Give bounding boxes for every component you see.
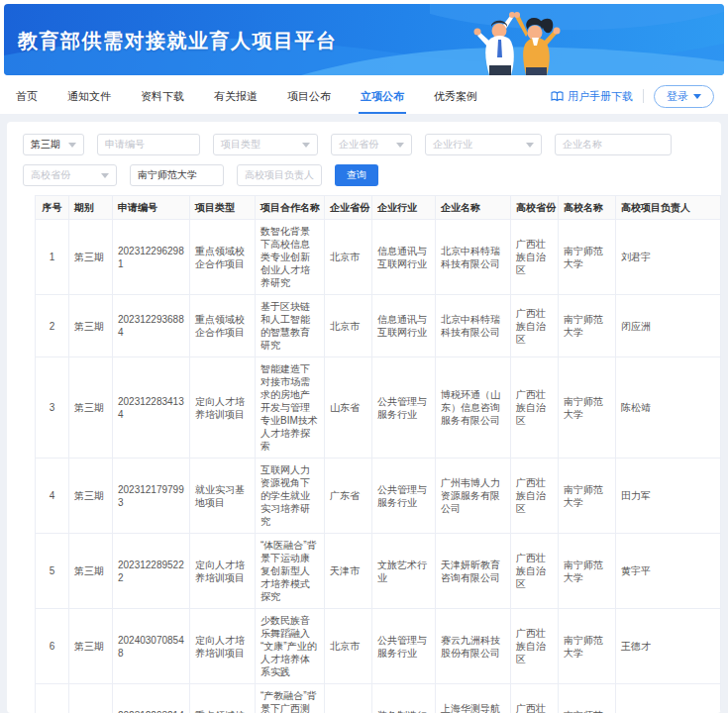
- table-row[interactable]: 7 第三期 2023122932143 重点领域校企合作项目 “产教融合”背景下…: [36, 684, 721, 713]
- table-row[interactable]: 3 第三期 2023122834134 定向人才培养培训项目 智能建造下对接市场…: [36, 357, 721, 458]
- nav-tab-reports[interactable]: 有关报道: [212, 79, 260, 114]
- cell-index: 4: [36, 458, 69, 534]
- col-header-application-number: 申请编号: [113, 196, 190, 220]
- col-header-university-name: 高校名称: [559, 196, 616, 220]
- cell-university-province: 广西壮族自治区: [511, 220, 559, 295]
- chevron-down-icon: [693, 94, 701, 99]
- project-type-select[interactable]: 项目类型: [213, 134, 318, 155]
- cell-university-leader: 黄宇平: [616, 534, 721, 609]
- table-row[interactable]: 2 第三期 2023122936884 重点领域校企合作项目 基于区块链和人工智…: [36, 295, 721, 357]
- cell-university-leader: 王德才: [616, 609, 721, 684]
- filter-bar: 第三期 申请编号 项目类型 企业省份 企业行业: [23, 134, 705, 186]
- university-leader-input[interactable]: 高校项目负责人: [237, 164, 322, 186]
- nav-tab-approved-projects[interactable]: 立项公布: [359, 79, 406, 114]
- cell-project-type: 就业实习基地项目: [190, 458, 256, 534]
- col-header-project-name: 项目合作名称: [256, 196, 325, 220]
- company-industry-select[interactable]: 企业行业: [425, 134, 542, 155]
- nav-tab-project-publish[interactable]: 项目公布: [285, 79, 333, 114]
- company-name-input[interactable]: 企业名称: [555, 134, 672, 155]
- login-label: 登录: [667, 89, 688, 104]
- page-title: 教育部供需对接就业育人项目平台: [18, 28, 338, 54]
- cell-university-province: 广西壮族自治区: [511, 684, 559, 713]
- cell-company-industry: 信息通讯与互联网行业: [372, 220, 436, 295]
- cell-application-number: 2023121797993: [113, 458, 190, 534]
- cell-company-industry: 公共管理与服务行业: [372, 609, 436, 684]
- main-nav: 首页 通知文件 资料下载 有关报道 项目公布 立项公布 优秀案例 用户手册下载 …: [0, 78, 728, 114]
- cell-project-name: “产教融合”背景下广西测绘地理信息专业就业育人项目: [256, 684, 325, 713]
- col-header-university-leader: 高校项目负责人: [616, 196, 721, 220]
- university-name-input[interactable]: 南宁师范大学: [130, 164, 224, 186]
- cell-project-type: 重点领域校企合作项目: [190, 220, 256, 295]
- content-area: 第三期 申请编号 项目类型 企业省份 企业行业: [0, 114, 728, 713]
- cell-project-name: “体医融合”背景下运动康复创新型人才培养模式探究: [256, 534, 325, 609]
- nav-tab-notices[interactable]: 通知文件: [65, 79, 113, 114]
- login-button[interactable]: 登录: [654, 85, 714, 108]
- cell-university-province: 广西壮族自治区: [511, 534, 559, 609]
- chevron-down-icon: [101, 173, 109, 178]
- cell-university-leader: 田力军: [616, 458, 721, 534]
- cell-company-industry: 装备制造行业: [372, 684, 436, 713]
- search-button[interactable]: 查询: [335, 164, 378, 186]
- cell-university-leader: 刘君宇: [616, 220, 721, 295]
- period-select-value: 第三期: [31, 138, 60, 152]
- cell-university-province: 广西壮族自治区: [511, 357, 559, 458]
- cell-period: 第三期: [69, 609, 113, 684]
- chevron-down-icon: [68, 143, 76, 148]
- cell-project-type: 定向人才培养培训项目: [190, 609, 256, 684]
- project-type-placeholder: 项目类型: [221, 138, 260, 152]
- nav-tab-downloads[interactable]: 资料下载: [139, 79, 186, 114]
- table-row[interactable]: 1 第三期 2023122962981 重点领域校企合作项目 数智化背景下高校信…: [36, 220, 721, 295]
- nav-right: 用户手册下载 登录: [551, 85, 714, 108]
- cell-university-name: 南宁师范大学: [559, 534, 616, 609]
- cell-company-province: 山东省: [325, 357, 372, 458]
- cell-company-province: 天津市: [325, 534, 372, 609]
- projects-table: 序号 期别 申请编号 项目类型 项目合作名称 企业省份 企业行业 企业名称 高校…: [35, 195, 721, 713]
- filter-row-2: 高校省份 南宁师范大学 高校项目负责人 查询: [23, 164, 705, 186]
- cell-project-name: 少数民族音乐舞蹈融入“文康”产业的人才培养体系实践: [256, 609, 325, 684]
- cell-index: 1: [36, 220, 69, 295]
- cell-company-province: 上海市: [325, 684, 372, 713]
- cell-index: 3: [36, 357, 69, 458]
- cell-company-name: 博税环通（山东）信息咨询服务有限公司: [436, 357, 511, 458]
- company-name-placeholder: 企业名称: [563, 138, 602, 152]
- chevron-down-icon: [526, 143, 534, 148]
- cell-period: 第三期: [69, 357, 113, 458]
- cell-company-province: 广东省: [325, 458, 372, 534]
- period-select[interactable]: 第三期: [23, 134, 84, 155]
- cell-university-name: 南宁师范大学: [559, 684, 616, 713]
- cell-period: 第三期: [69, 534, 113, 609]
- col-header-company-name: 企业名称: [436, 196, 511, 220]
- cell-index: 7: [36, 684, 69, 713]
- cell-period: 第三期: [69, 220, 113, 295]
- col-header-university-province: 高校省份: [511, 196, 559, 220]
- cell-company-name: 广州韦博人力资源服务有限公司: [436, 458, 511, 534]
- cell-period: 第三期: [69, 684, 113, 713]
- application-number-input[interactable]: 申请编号: [97, 134, 200, 155]
- table-row[interactable]: 4 第三期 2023121797993 就业实习基地项目 互联网人力资源视角下的…: [36, 458, 721, 534]
- cell-company-province: 北京市: [325, 609, 372, 684]
- table-wrapper: 序号 期别 申请编号 项目类型 项目合作名称 企业省份 企业行业 企业名称 高校…: [35, 195, 705, 713]
- cell-index: 2: [36, 295, 69, 357]
- table-row[interactable]: 5 第三期 2023122895222 定向人才培养培训项目 “体医融合”背景下…: [36, 534, 721, 609]
- cell-application-number: 2024030708548: [113, 609, 190, 684]
- cell-company-industry: 信息通讯与互联网行业: [372, 295, 436, 357]
- cell-period: 第三期: [69, 295, 113, 357]
- cell-university-leader: 吴迪: [616, 684, 721, 713]
- cell-university-name: 南宁师范大学: [559, 220, 616, 295]
- cell-application-number: 2023122834134: [113, 357, 190, 458]
- university-province-select[interactable]: 高校省份: [23, 164, 117, 186]
- user-manual-download[interactable]: 用户手册下载: [551, 89, 633, 104]
- cell-project-type: 定向人才培养培训项目: [190, 357, 256, 458]
- col-header-period: 期别: [69, 196, 113, 220]
- banner: 教育部供需对接就业育人项目平台: [4, 4, 724, 75]
- table-row[interactable]: 6 第三期 2024030708548 定向人才培养培训项目 少数民族音乐舞蹈融…: [36, 609, 721, 684]
- company-province-select[interactable]: 企业省份: [331, 134, 412, 155]
- nav-tab-home[interactable]: 首页: [14, 79, 40, 114]
- nav-tab-cases[interactable]: 优秀案例: [432, 79, 479, 114]
- cell-university-name: 南宁师范大学: [559, 295, 616, 357]
- cell-university-name: 南宁师范大学: [559, 458, 616, 534]
- cell-university-province: 广西壮族自治区: [511, 458, 559, 534]
- cell-company-province: 北京市: [325, 295, 372, 357]
- company-province-placeholder: 企业省份: [339, 138, 378, 152]
- cell-company-name: 赛云九洲科技股份有限公司: [436, 609, 511, 684]
